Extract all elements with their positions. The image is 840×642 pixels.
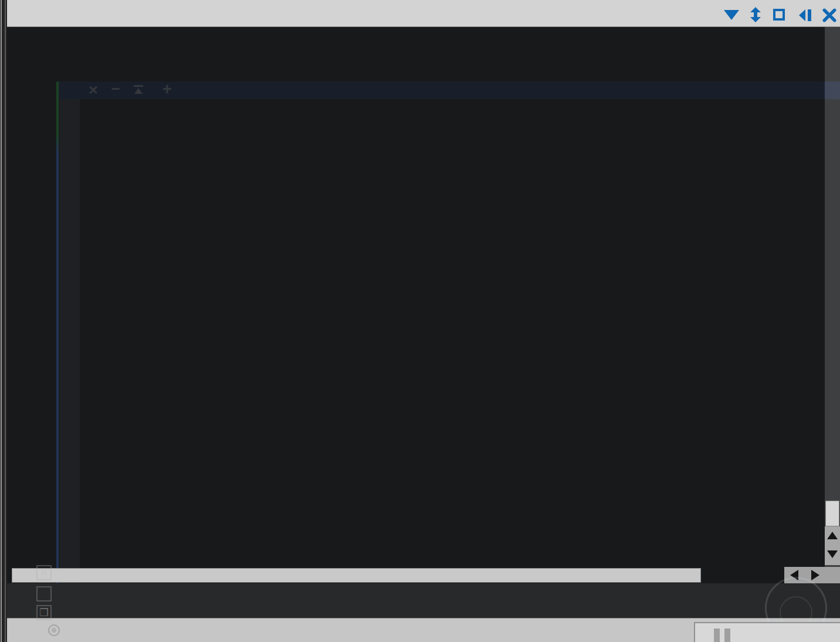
- duplicate-icon[interactable]: ❐: [36, 605, 52, 620]
- vertical-scrollbar-track[interactable]: [825, 27, 840, 567]
- maximize-icon[interactable]: [773, 9, 785, 21]
- delete-icon[interactable]: ✕: [36, 565, 52, 580]
- pause-abort-button[interactable]: [694, 622, 840, 642]
- target-icon: [48, 624, 60, 636]
- spin-down-icon[interactable]: [724, 10, 739, 20]
- process-console-titlebar[interactable]: [7, 0, 840, 27]
- console-log: [18, 27, 827, 567]
- window-icon[interactable]: [36, 586, 52, 602]
- horizontal-scrollbar-thumb[interactable]: [12, 568, 701, 583]
- vertical-scrollbar-buttons[interactable]: [825, 526, 840, 565]
- vertical-scrollbar-thumb[interactable]: [825, 501, 839, 526]
- scroll-up-icon[interactable]: [827, 532, 838, 539]
- pixinsight-workspace: ✕ − +: [0, 0, 840, 642]
- pause-icon: [714, 629, 733, 642]
- scroll-right-icon[interactable]: [811, 570, 819, 580]
- scroll-down-icon[interactable]: [827, 550, 838, 558]
- workspace-left-edge: [0, 0, 7, 642]
